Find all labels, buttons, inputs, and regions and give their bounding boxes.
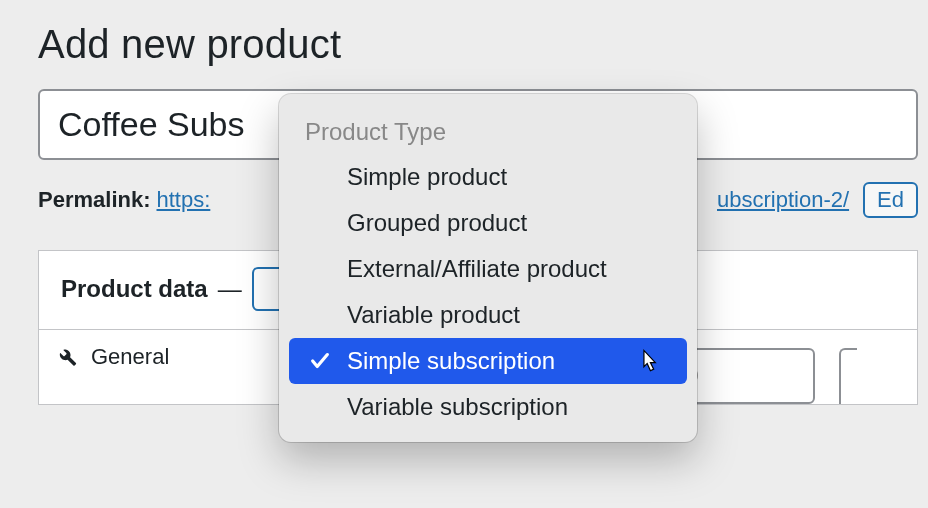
dropdown-option[interactable]: Simple product [279,154,697,200]
dropdown-group-label: Product Type [279,108,697,154]
check-icon [309,350,331,372]
permalink-url-suffix[interactable]: ubscription-2/ [717,187,849,213]
dropdown-option[interactable]: Grouped product [279,200,697,246]
dash: — [218,275,242,303]
product-type-dropdown[interactable]: Product Type Simple productGrouped produ… [279,94,697,442]
link-cursor-icon [635,347,661,375]
wrench-icon [57,347,77,367]
product-data-label: Product data [61,275,208,303]
dropdown-option[interactable]: Variable product [279,292,697,338]
page-title: Add new product [38,22,918,67]
edit-permalink-button[interactable]: Ed [863,182,918,218]
dropdown-option[interactable]: Simple subscription [289,338,687,384]
permalink-url-prefix[interactable]: https: [157,187,211,213]
tab-general-label: General [91,344,169,370]
adjacent-field-edge [839,348,857,404]
dropdown-option[interactable]: Variable subscription [279,384,697,430]
dropdown-option[interactable]: External/Affiliate product [279,246,697,292]
permalink-label: Permalink: [38,187,151,213]
